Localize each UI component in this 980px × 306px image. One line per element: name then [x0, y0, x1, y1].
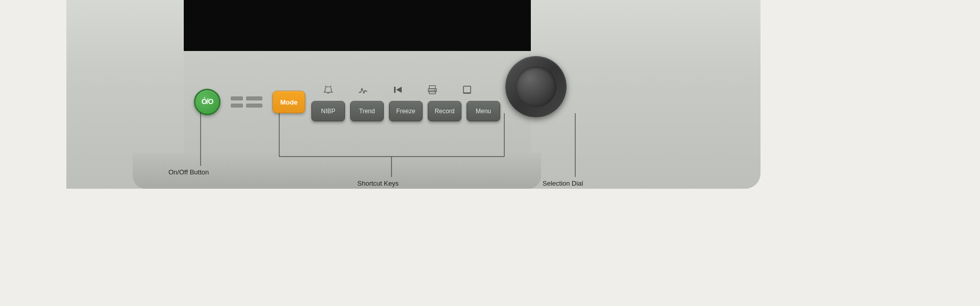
trend-icon	[348, 84, 378, 97]
mode-button[interactable]: Mode	[273, 91, 305, 113]
svg-rect-5	[463, 86, 471, 93]
led-row-top	[231, 96, 262, 100]
trend-button[interactable]: Trend	[350, 101, 384, 121]
svg-marker-1	[396, 87, 402, 93]
device-bottom-edge	[133, 153, 541, 189]
svg-point-4	[434, 90, 435, 91]
shortcut-icon-row	[311, 83, 500, 98]
nibp-button-label: NIBP	[321, 108, 335, 115]
selection-dial-inner	[516, 66, 556, 107]
svg-rect-0	[394, 87, 396, 93]
record-button[interactable]: Record	[428, 101, 461, 121]
shortcut-keys-group: NIBP Trend Freeze Record Menu	[311, 83, 500, 121]
nibp-icon	[313, 84, 343, 97]
svg-rect-2	[429, 86, 435, 89]
control-panel: Ó/O Mode	[184, 51, 531, 153]
selection-dial[interactable]	[505, 56, 567, 117]
power-button[interactable]: Ó/O	[194, 89, 220, 115]
device-body: Ó/O Mode	[66, 0, 761, 189]
freeze-button-label: Freeze	[396, 108, 415, 115]
menu-button[interactable]: Menu	[467, 101, 500, 121]
led-indicators	[231, 96, 262, 108]
power-button-label: Ó/O	[202, 98, 213, 106]
trend-button-label: Trend	[359, 108, 375, 115]
shortcut-btn-row: NIBP Trend Freeze Record Menu	[311, 101, 500, 121]
led-4	[246, 104, 262, 108]
record-button-label: Record	[435, 108, 455, 115]
led-3	[231, 104, 243, 108]
led-1	[231, 96, 243, 100]
led-row-bottom	[231, 104, 262, 108]
menu-icon	[452, 84, 482, 97]
led-2	[246, 96, 262, 100]
svg-rect-3	[429, 91, 435, 94]
nibp-button[interactable]: NIBP	[311, 101, 345, 121]
record-icon	[418, 84, 447, 97]
device-screen	[184, 0, 531, 51]
selection-dial-container	[505, 56, 567, 117]
freeze-button[interactable]: Freeze	[389, 101, 423, 121]
freeze-icon	[383, 84, 412, 97]
mode-button-label: Mode	[280, 98, 298, 106]
menu-button-label: Menu	[476, 108, 491, 115]
